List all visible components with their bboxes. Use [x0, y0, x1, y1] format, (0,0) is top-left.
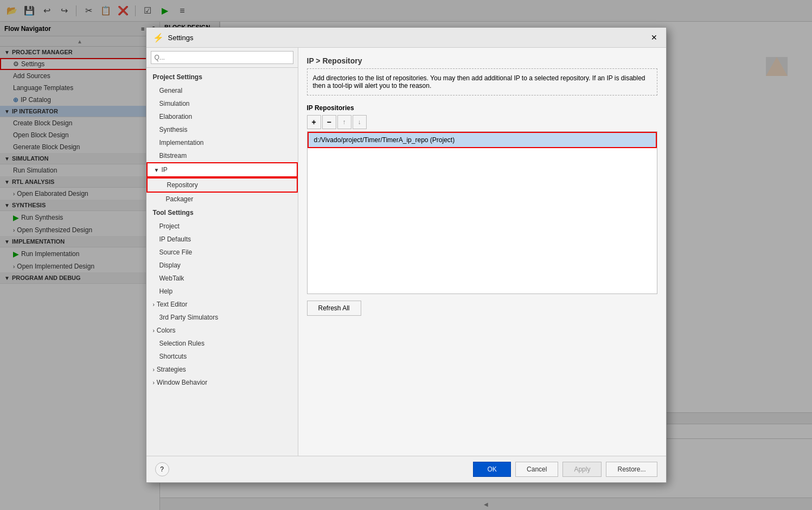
settings-close-button[interactable]: ✕: [649, 32, 660, 43]
modal-overlay: ⚡ Settings ✕ Project Settings General: [0, 0, 812, 510]
ip-repo-header: IP Repositories: [307, 104, 657, 112]
ip-repo-list: d:/Vivado/project/Timer/TimerA_ip_repo (…: [307, 131, 657, 294]
tree-tool-settings-label: Tool Settings: [146, 206, 298, 220]
ip-repo-add-btn[interactable]: +: [307, 115, 321, 129]
tree-item-help[interactable]: Help: [146, 285, 298, 298]
settings-title-label: Settings: [168, 34, 194, 42]
tree-item-display[interactable]: Display: [146, 259, 298, 272]
colors-arrow-icon: ›: [153, 328, 155, 334]
help-button[interactable]: ?: [155, 462, 169, 476]
refresh-all-button[interactable]: Refresh All: [307, 301, 361, 316]
settings-title-icon: ⚡: [153, 33, 164, 43]
tree-colors-label: Colors: [157, 327, 176, 334]
tree-parent-strategies[interactable]: › Strategies: [146, 363, 298, 376]
settings-titlebar: ⚡ Settings ✕: [146, 28, 666, 48]
tree-item-selection-rules[interactable]: Selection Rules: [146, 337, 298, 350]
ip-repo-toolbar: + − ↑ ↓: [307, 115, 657, 129]
settings-search-container: [146, 48, 298, 68]
settings-body: Project Settings General Simulation Elab…: [146, 48, 666, 456]
tree-project-settings-label: Project Settings: [146, 70, 298, 84]
tree-item-3rd-party-simulators[interactable]: 3rd Party Simulators: [146, 311, 298, 324]
tree-item-project[interactable]: Project: [146, 220, 298, 233]
tree-item-synthesis[interactable]: Synthesis: [146, 123, 298, 136]
settings-dialog: ⚡ Settings ✕ Project Settings General: [146, 27, 667, 483]
settings-description-box: Add directories to the list of repositor…: [307, 68, 657, 95]
ok-button[interactable]: OK: [473, 462, 511, 477]
ip-repo-up-btn[interactable]: ↑: [337, 115, 351, 129]
tree-window-behavior-label: Window Behavior: [157, 379, 207, 386]
tree-child-packager[interactable]: Packager: [146, 193, 298, 206]
settings-footer: ? OK Cancel Apply Restore...: [146, 456, 666, 482]
tree-item-ip-defaults[interactable]: IP Defaults: [146, 233, 298, 246]
tree-text-editor-label: Text Editor: [157, 301, 188, 308]
ip-repo-item-timer-label: d:/Vivado/project/Timer/TimerA_ip_repo (…: [314, 136, 455, 144]
settings-description-text: Add directories to the list of repositor…: [313, 74, 645, 90]
tree-parent-text-editor[interactable]: › Text Editor: [146, 298, 298, 311]
tree-parent-ip[interactable]: ▼ IP: [146, 162, 298, 177]
tree-item-general[interactable]: General: [146, 84, 298, 97]
settings-search-input[interactable]: [151, 51, 293, 64]
ip-repositories-section: IP Repositories + − ↑ ↓ d:/Vivado/projec…: [307, 104, 657, 447]
settings-right-title: IP > Repository: [307, 56, 657, 65]
settings-right-panel: IP > Repository Add directories to the l…: [298, 48, 666, 456]
restore-button[interactable]: Restore...: [606, 462, 657, 477]
strategies-arrow-icon: ›: [153, 367, 155, 373]
tree-item-elaboration[interactable]: Elaboration: [146, 110, 298, 123]
ip-collapse-arrow-icon: ▼: [154, 167, 159, 173]
window-behavior-arrow-icon: ›: [153, 380, 155, 386]
tree-parent-window-behavior[interactable]: › Window Behavior: [146, 376, 298, 389]
tree-child-repository[interactable]: Repository: [146, 177, 298, 193]
settings-left-panel: Project Settings General Simulation Elab…: [146, 48, 298, 456]
tree-item-simulation[interactable]: Simulation: [146, 97, 298, 110]
tree-item-source-file[interactable]: Source File: [146, 246, 298, 259]
ip-repo-down-btn[interactable]: ↓: [353, 115, 367, 129]
tree-ip-label: IP: [161, 166, 167, 174]
tree-strategies-label: Strategies: [157, 366, 186, 373]
text-editor-arrow-icon: ›: [153, 302, 155, 308]
footer-left: ?: [155, 462, 469, 476]
tree-item-webtalk[interactable]: WebTalk: [146, 272, 298, 285]
settings-tree: Project Settings General Simulation Elab…: [146, 68, 298, 456]
ip-repo-item-timer[interactable]: d:/Vivado/project/Timer/TimerA_ip_repo (…: [308, 132, 657, 148]
ip-repo-remove-btn[interactable]: −: [322, 115, 336, 129]
tree-parent-colors[interactable]: › Colors: [146, 324, 298, 337]
tree-item-implementation[interactable]: Implementation: [146, 136, 298, 149]
cancel-button[interactable]: Cancel: [515, 462, 558, 477]
tree-item-bitstream[interactable]: Bitstream: [146, 149, 298, 162]
apply-button[interactable]: Apply: [562, 462, 602, 477]
settings-title: ⚡ Settings: [153, 33, 194, 43]
tree-item-shortcuts[interactable]: Shortcuts: [146, 350, 298, 363]
